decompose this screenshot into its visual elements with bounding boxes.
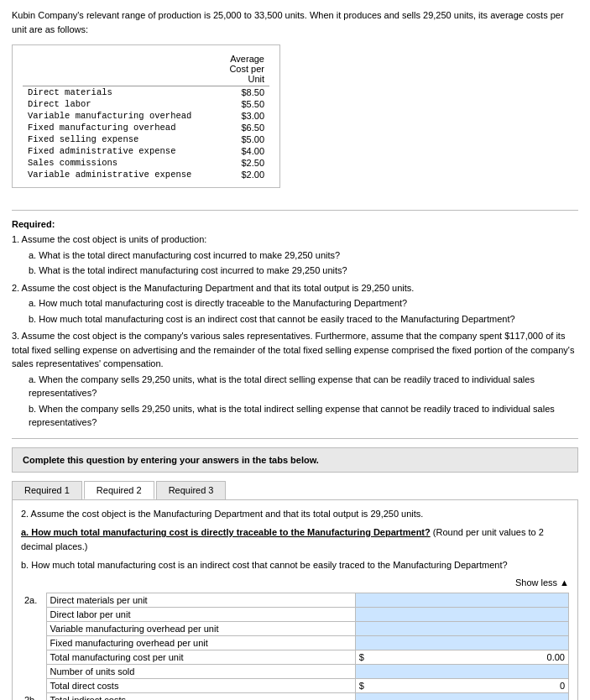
tab2-line1: 2. Assume the cost object is the Manufac… [21,507,569,521]
required3-b: b. When the company sells 29,250 units, … [12,402,578,430]
show-less-text: Show less ▲ [515,577,569,588]
cost-row-value: $6.50 [219,122,269,133]
cost-row-value: $3.00 [219,110,269,122]
table-row: Fixed selling expense$5.00 [23,133,269,145]
required3-a: a. When the company sells 29,250 units, … [12,373,578,400]
required1-b: b. What is the total indirect manufactur… [12,264,578,278]
required1-a: a. What is the total direct manufacturin… [12,248,578,263]
total-per-unit-value: 0.00 [547,652,565,662]
total-direct-cell: $0 [355,678,568,692]
fmoh-label: Fixed manufacturing overhead per unit [46,635,355,650]
required-label: Required: [12,219,578,229]
tab2-line3: b. How much total manufacturing cost is … [21,558,569,572]
cost-table-header: AverageCost perUnit [219,52,269,86]
tabs-container: Required 1 Required 2 Required 3 2. Assu… [12,481,578,701]
cost-row-value: $5.00 [219,133,269,145]
cost-row-label: Variable manufacturing overhead [23,110,219,122]
table-row: Direct materials$8.50 [23,86,269,99]
tab-required1[interactable]: Required 1 [12,481,82,499]
total-per-unit-cell: $0.00 [355,650,568,664]
cost-row-label: Fixed administrative expense [23,145,219,157]
cost-table: AverageCost perUnit Direct materials$8.5… [23,52,269,180]
required2-a-text: a. How much total manufacturing cost is … [29,298,407,308]
required3-intro-text: 3. Assume the cost object is the company… [12,331,574,368]
table-row: Fixed manufacturing overhead$6.50 [23,122,269,133]
row-header-2a: 2a. [21,593,46,607]
table-row: Variable manufacturing overhead$3.00 [23,110,269,122]
table-row-total-direct: Total direct costs $0 [21,678,569,692]
answer-table: 2a. Direct materials per unit Direct lab… [21,593,569,701]
tab3-label: Required 3 [169,485,214,495]
row-header-empty4 [21,650,46,664]
intro-paragraph: Kubin Company's relevant range of produc… [12,8,578,36]
vmoh-input[interactable] [358,624,566,634]
vmoh-input-cell[interactable] [355,621,568,635]
dm-input-cell[interactable] [355,593,568,607]
table-row-total-indirect: 2b. Total indirect costs [21,692,569,700]
total-indirect-input[interactable] [358,695,566,701]
tab2-line2-bold: a. How much total manufacturing cost is … [21,527,431,537]
row-header-empty5 [21,664,46,678]
table-row-fmoh: Fixed manufacturing overhead per unit [21,635,569,650]
row-header-empty3 [21,635,46,650]
required2-b: b. How much total manufacturing cost is … [12,312,578,326]
units-input-cell[interactable] [355,664,568,678]
tab-required2[interactable]: Required 2 [84,481,154,499]
row-header-empty1 [21,607,46,621]
units-label: Number of units sold [46,664,355,678]
total-direct-label: Total direct costs [46,678,355,692]
tab2-line2: a. How much total manufacturing cost is … [21,525,569,553]
fmoh-input[interactable] [358,638,566,648]
required3-a-text: a. When the company sells 29,250 units, … [29,374,535,399]
divider-1 [12,210,578,211]
required1-intro: 1. Assume the cost object is units of pr… [12,232,578,247]
cost-row-label: Sales commissions [23,157,219,169]
show-less[interactable]: Show less ▲ [21,577,569,588]
table-row-dm: 2a. Direct materials per unit [21,593,569,607]
cost-table-wrapper: AverageCost perUnit Direct materials$8.5… [12,44,280,188]
page-container: Kubin Company's relevant range of produc… [0,0,590,700]
dl-input-cell[interactable] [355,607,568,621]
required2-b-text: b. How much total manufacturing cost is … [29,314,515,324]
tab-required3[interactable]: Required 3 [156,481,227,499]
required2-intro: 2. Assume the cost object is the Manufac… [12,281,578,295]
cost-row-label: Fixed selling expense [23,133,219,145]
tab1-label: Required 1 [24,485,70,495]
required1-intro-text: 1. Assume the cost object is units of pr… [12,234,206,244]
table-row: Direct labor$5.50 [23,98,269,110]
cost-row-value: $4.00 [219,145,269,157]
divider-2 [12,438,578,439]
complete-box: Complete this question by entering your … [12,447,578,473]
total-per-unit-label: Total manufacturing cost per unit [46,650,355,664]
table-row-dl: Direct labor per unit [21,607,569,621]
dl-input[interactable] [358,609,566,619]
row-header-empty6 [21,678,46,692]
dl-label: Direct labor per unit [46,607,355,621]
row-header-empty2 [21,621,46,635]
dm-label: Direct materials per unit [46,593,355,607]
required1-a-text: a. What is the total direct manufacturin… [29,250,340,260]
vmoh-label: Variable manufacturing overhead per unit [46,621,355,635]
table-row-total-per-unit: Total manufacturing cost per unit $0.00 [21,650,569,664]
cost-row-label: Direct labor [23,98,219,110]
units-input[interactable] [358,666,566,676]
intro-text: Kubin Company's relevant range of produc… [12,10,564,34]
table-row-vmoh: Variable manufacturing overhead per unit [21,621,569,635]
dm-input[interactable] [358,595,566,605]
total-indirect-label: Total indirect costs [46,692,355,700]
required2-a: a. How much total manufacturing cost is … [12,296,578,311]
table-row-units: Number of units sold [21,664,569,678]
required-section: Required: 1. Assume the cost object is u… [12,219,578,430]
cost-row-value: $5.50 [219,98,269,110]
complete-box-text: Complete this question by entering your … [23,455,319,465]
tab2-line3-text: b. How much total manufacturing cost is … [21,560,508,570]
required3-intro: 3. Assume the cost object is the company… [12,329,578,371]
tabs-row: Required 1 Required 2 Required 3 [12,481,578,499]
total-indirect-input-cell[interactable] [355,692,568,700]
fmoh-input-cell[interactable] [355,635,568,650]
tab-content-required2: 2. Assume the cost object is the Manufac… [12,499,578,701]
required2-intro-text: 2. Assume the cost object is the Manufac… [12,283,414,293]
cost-row-value: $2.00 [219,169,269,180]
table-row: Sales commissions$2.50 [23,157,269,169]
required3-b-text: b. When the company sells 29,250 units, … [29,404,555,428]
